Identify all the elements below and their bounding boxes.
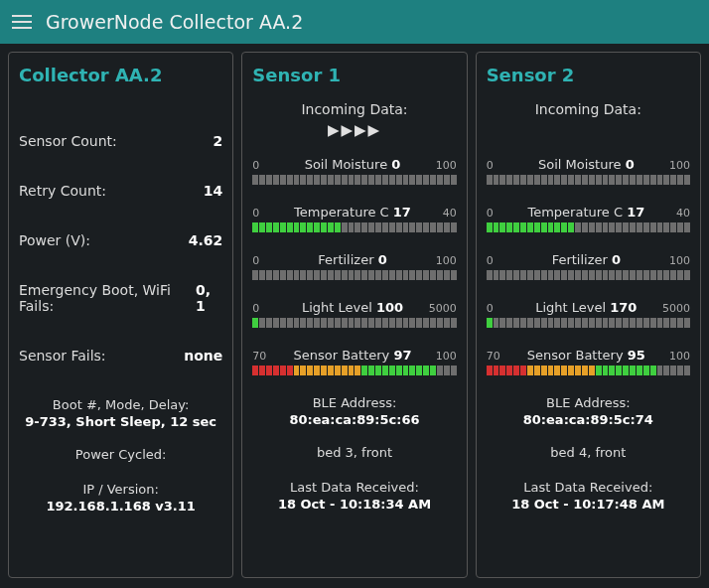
gauge-segment: [616, 175, 622, 185]
gauge-segment: [409, 270, 415, 280]
stat-label: Power (V):: [19, 232, 90, 248]
gauge-segment: [266, 270, 272, 280]
gauge-min: 0: [487, 302, 510, 315]
gauge-segment: [382, 366, 388, 375]
gauge-bar: [252, 318, 456, 328]
ble-address: BLE Address: 80:ea:ca:89:5c:74: [487, 395, 690, 427]
gauge-min: 70: [252, 350, 276, 363]
info-label: Boot #, Mode, Delay:: [19, 397, 222, 412]
gauge-segment: [321, 270, 327, 280]
gauge-segment: [561, 175, 567, 185]
gauge-min: 70: [487, 350, 510, 363]
gauge-segment: [541, 175, 547, 185]
gauge-segment: [616, 270, 622, 280]
gauge-segment: [396, 175, 402, 185]
gauge-segment: [670, 318, 676, 328]
gauge-segment: [368, 270, 374, 280]
gauge-segment: [314, 366, 320, 375]
gauge-segment: [548, 318, 554, 328]
gauge-head: 0 Fertilizer 0 100: [487, 252, 690, 267]
gauge-segment: [684, 175, 690, 185]
app-title: GrowerNode Collector AA.2: [46, 11, 303, 33]
gauge-segment: [541, 270, 547, 280]
gauge-head: 0 Soil Moisture 0 100: [487, 157, 690, 172]
gauge-segment: [534, 222, 540, 232]
gauge-segment: [423, 366, 429, 375]
gauge-segment: [575, 175, 581, 185]
gauge-segment: [409, 175, 415, 185]
gauge-segment: [589, 175, 595, 185]
gauge-segment: [409, 222, 415, 232]
gauge-segment: [623, 270, 629, 280]
gauge-segment: [382, 318, 388, 328]
info-label: bed 3, front: [252, 445, 456, 460]
info-value: 18 Oct - 10:18:34 AM: [252, 497, 456, 512]
gauge-temperature-c: 0 Temperature C 17 40: [252, 205, 456, 232]
gauge-segment: [637, 175, 642, 185]
gauge-segment: [603, 366, 609, 375]
gauge-value: 17: [627, 205, 644, 220]
gauge-segment: [307, 318, 313, 328]
gauge-soil-moisture: 0 Soil Moisture 0 100: [487, 157, 690, 185]
gauge-segment: [541, 318, 547, 328]
gauge-segment: [637, 318, 642, 328]
gauge-segment: [643, 270, 649, 280]
gauge-max: 100: [429, 254, 457, 267]
gauge-segment: [300, 175, 306, 185]
gauge-segment: [444, 270, 450, 280]
info-value: 18 Oct - 10:17:48 AM: [487, 497, 690, 512]
gauge-segment: [684, 222, 690, 232]
gauge-segment: [677, 318, 683, 328]
gauge-max: 100: [429, 159, 457, 172]
gauge-segment: [643, 318, 649, 328]
gauge-segment: [252, 175, 258, 185]
gauge-title: Soil Moisture 0: [276, 157, 428, 172]
gauge-value: 95: [628, 348, 645, 363]
gauge-head: 0 Light Level 100 5000: [252, 300, 456, 315]
gauge-segment: [506, 318, 512, 328]
sensor-title: Sensor 2: [487, 65, 690, 85]
info-label: Power Cycled:: [19, 447, 222, 462]
gauge-segment: [375, 270, 381, 280]
gauge-segment: [409, 318, 415, 328]
gauge-value: 0: [626, 157, 635, 172]
gauge-segment: [396, 222, 402, 232]
menu-icon[interactable]: [12, 15, 32, 29]
stat-retry-count: Retry Count: 14: [19, 183, 222, 199]
gauge-bar: [252, 270, 456, 280]
gauge-title: Temperature C 17: [276, 205, 428, 220]
gauge-title: Fertilizer 0: [276, 252, 428, 267]
gauge-segment: [541, 366, 547, 375]
play-icon: ▶▶▶▶: [252, 121, 456, 139]
gauge-segment: [259, 175, 265, 185]
gauge-segment: [527, 318, 533, 328]
gauge-segment: [568, 222, 574, 232]
gauge-segment: [280, 366, 286, 375]
gauge-segment: [520, 270, 526, 280]
gauge-segment: [663, 270, 669, 280]
gauge-segment: [520, 366, 526, 375]
gauge-segment: [321, 222, 327, 232]
gauge-segment: [684, 318, 690, 328]
gauge-segment: [328, 366, 334, 375]
gauge-max: 100: [662, 350, 690, 363]
gauge-segment: [499, 270, 505, 280]
sensor-panel-2: Sensor 2 Incoming Data: ▶▶▶▶ 0 Soil Mois…: [476, 52, 701, 578]
gauge-segment: [382, 175, 388, 185]
gauge-segment: [307, 270, 313, 280]
gauge-segment: [354, 175, 360, 185]
gauge-segment: [259, 366, 265, 375]
gauge-segment: [300, 222, 306, 232]
collector-title: Collector AA.2: [19, 65, 222, 85]
gauge-segment: [361, 270, 367, 280]
gauge-max: 100: [662, 159, 690, 172]
gauge-segment: [437, 270, 443, 280]
gauge-segment: [554, 270, 560, 280]
gauge-segment: [582, 175, 588, 185]
gauge-segment: [527, 175, 533, 185]
gauge-head: 0 Temperature C 17 40: [252, 205, 456, 220]
gauge-segment: [273, 318, 279, 328]
gauge-segment: [534, 366, 540, 375]
gauge-segment: [499, 318, 505, 328]
gauge-segment: [342, 222, 348, 232]
